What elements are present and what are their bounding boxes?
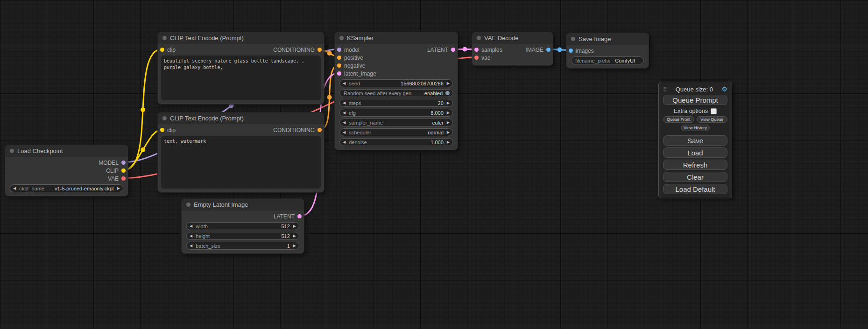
clear-button[interactable]: Clear <box>663 172 727 182</box>
widget-label: ckpt_name <box>19 186 44 191</box>
node-titlebar[interactable]: CLIP Text Encode (Prompt) <box>158 32 324 44</box>
widget-denoise[interactable]: ◀ denoise 1.000 ▶ <box>339 138 453 146</box>
node-status-dot-icon[interactable] <box>477 36 481 40</box>
increment-icon[interactable]: ▶ <box>293 234 296 238</box>
node-titlebar[interactable]: Empty Latent Image <box>182 199 304 210</box>
increment-icon[interactable]: ▶ <box>447 101 450 105</box>
next-value-icon[interactable]: ▶ <box>447 121 450 125</box>
prev-value-icon[interactable]: ◀ <box>13 187 16 190</box>
node-title: KSampler <box>347 35 374 42</box>
output-port-conditioning[interactable] <box>318 48 322 52</box>
decrement-icon[interactable]: ◀ <box>190 244 192 248</box>
slot-row-positive: positive <box>335 54 458 62</box>
queue-front-button[interactable]: Queue Front <box>663 116 694 123</box>
widget-width[interactable]: ◀ width 512 ▶ <box>186 222 299 230</box>
widget-label: scheduler <box>349 130 371 135</box>
output-port-clip[interactable] <box>121 168 126 173</box>
slot-row-negative: negative <box>335 62 458 70</box>
node-status-dot-icon[interactable] <box>162 36 167 40</box>
output-port-conditioning[interactable] <box>318 128 322 132</box>
widget-cfg[interactable]: ◀ cfg 8.000 ▶ <box>339 109 453 117</box>
drag-handle-icon[interactable]: ⠿ <box>663 86 667 92</box>
node-status-dot-icon[interactable] <box>339 36 344 40</box>
negative-prompt-textarea[interactable]: text, watermark <box>161 136 321 189</box>
settings-gear-icon[interactable]: ⚙ <box>721 86 727 92</box>
next-value-icon[interactable]: ▶ <box>447 131 450 134</box>
decrement-icon[interactable]: ◀ <box>343 140 346 144</box>
input-port-model[interactable] <box>337 48 341 52</box>
slot-row-model: MODEL <box>5 159 128 167</box>
input-port-positive[interactable] <box>337 56 341 60</box>
decrement-icon[interactable]: ◀ <box>190 224 192 228</box>
prev-value-icon[interactable]: ◀ <box>343 121 346 125</box>
increment-icon[interactable]: ▶ <box>447 140 450 144</box>
widget-batch-size[interactable]: ◀ batch_size 1 ▶ <box>186 242 299 250</box>
view-queue-button[interactable]: View Queue <box>697 116 728 123</box>
widget-filename-prefix[interactable]: filename_prefix ComfyUI <box>571 56 644 64</box>
link-midpoint-dot-image <box>557 48 562 52</box>
toggle-indicator-icon[interactable] <box>445 91 450 95</box>
load-button[interactable]: Load <box>663 147 727 158</box>
output-port-model[interactable] <box>121 161 126 165</box>
save-button[interactable]: Save <box>663 135 727 146</box>
input-port-samples[interactable] <box>474 48 479 52</box>
decrement-icon[interactable]: ◀ <box>343 82 346 85</box>
output-port-latent[interactable] <box>451 48 455 52</box>
input-port-latent-image[interactable] <box>337 71 341 76</box>
history-row: View History <box>663 125 727 131</box>
node-clip-text-encode-positive: CLIP Text Encode (Prompt) clip CONDITION… <box>157 32 325 105</box>
refresh-button[interactable]: Refresh <box>663 160 727 170</box>
input-port-images[interactable] <box>569 49 573 53</box>
input-label-clip: clip <box>167 47 176 53</box>
load-default-button[interactable]: Load Default <box>663 184 727 194</box>
extra-options-checkbox[interactable] <box>711 108 717 114</box>
queue-menu-panel: ⠿ Queue size: 0 ⚙ Queue Prompt Extra opt… <box>658 82 732 198</box>
output-port-image[interactable] <box>546 48 550 52</box>
graph-canvas[interactable]: Load Checkpoint MODEL CLIP VAE <box>0 0 868 329</box>
node-status-dot-icon[interactable] <box>571 37 575 41</box>
increment-icon[interactable]: ▶ <box>447 82 450 85</box>
next-value-icon[interactable]: ▶ <box>117 187 120 190</box>
output-label-model: MODEL <box>99 160 119 166</box>
increment-icon[interactable]: ▶ <box>293 244 296 248</box>
widget-ckpt-name[interactable]: ◀ ckpt_name v1-5-pruned-emaonly.ckpt ▶ <box>10 184 123 192</box>
output-port-latent[interactable] <box>297 214 302 218</box>
widget-height[interactable]: ◀ height 512 ▶ <box>186 232 299 240</box>
increment-icon[interactable]: ▶ <box>447 111 450 115</box>
widget-value: 512 <box>281 233 289 239</box>
widget-seed[interactable]: ◀ seed 156680208700286 ▶ <box>339 79 453 87</box>
input-port-vae[interactable] <box>474 56 479 60</box>
node-status-dot-icon[interactable] <box>186 203 191 207</box>
decrement-icon[interactable]: ◀ <box>343 101 346 105</box>
widget-value: v1-5-pruned-emaonly.ckpt <box>55 186 114 191</box>
positive-prompt-textarea[interactable]: beautiful scenery nature glass bottle la… <box>161 56 321 100</box>
prev-value-icon[interactable]: ◀ <box>343 131 346 134</box>
node-titlebar[interactable]: KSampler <box>335 32 458 44</box>
input-port-negative[interactable] <box>337 63 341 68</box>
view-history-button[interactable]: View History <box>681 125 710 131</box>
queue-prompt-button[interactable]: Queue Prompt <box>663 95 727 105</box>
widget-label: seed <box>349 81 360 86</box>
increment-icon[interactable]: ▶ <box>293 224 296 228</box>
node-status-dot-icon[interactable] <box>10 149 14 153</box>
node-titlebar[interactable]: Load Checkpoint <box>5 145 128 157</box>
decrement-icon[interactable]: ◀ <box>190 234 192 238</box>
node-titlebar[interactable]: VAE Decode <box>472 32 553 44</box>
slot-row-clip: clip CONDITIONING <box>158 126 324 134</box>
node-status-dot-icon[interactable] <box>162 116 167 120</box>
widget-sampler-name[interactable]: ◀ sampler_name euler ▶ <box>339 119 453 126</box>
node-titlebar[interactable]: Save Image <box>566 33 649 45</box>
output-port-vae[interactable] <box>121 176 126 181</box>
input-port-clip[interactable] <box>160 48 164 52</box>
widget-steps[interactable]: ◀ steps 20 ▶ <box>339 99 453 107</box>
input-port-clip[interactable] <box>160 128 164 132</box>
node-titlebar[interactable]: CLIP Text Encode (Prompt) <box>158 112 324 124</box>
widget-random-seed-toggle[interactable]: Random seed after every gen enabled <box>339 89 453 97</box>
node-title: CLIP Text Encode (Prompt) <box>170 115 244 122</box>
widget-label: filename_prefix <box>575 58 610 63</box>
widget-scheduler[interactable]: ◀ scheduler normal ▶ <box>339 128 453 136</box>
decrement-icon[interactable]: ◀ <box>343 111 346 115</box>
node-vae-decode: VAE Decode samples IMAGE vae <box>472 32 553 66</box>
node-save-image: Save Image images filename_prefix ComfyU… <box>566 33 649 69</box>
widget-value: 20 <box>438 100 444 106</box>
